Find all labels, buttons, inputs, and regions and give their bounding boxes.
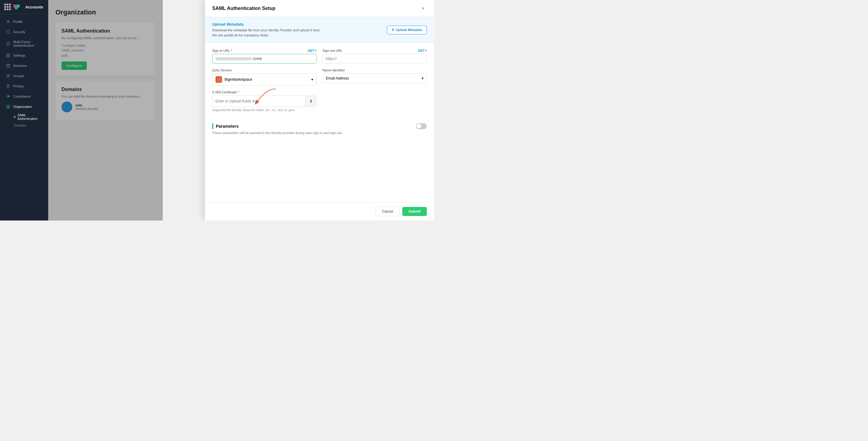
svg-rect-2 [15,6,18,9]
logo-icon [13,4,23,10]
cert-input-container: ⬆ [212,95,316,107]
modal-title: SAML Authentication Setup [212,6,276,11]
zoho-service-label: Zoho Service [212,68,316,72]
form-section: Sign-in URL * GET ▾ /zohd [205,43,434,123]
signin-url-label: Sign-in URL * GET ▾ [212,49,316,53]
sidebar-item-security[interactable]: Security [2,27,46,37]
main-content: Organization SAML Authentication By conf… [48,0,163,220]
shield-check-icon [6,41,10,46]
get-method-badge[interactable]: GET ▾ [307,49,316,53]
sidebar-item-profile[interactable]: Profile [2,17,46,27]
upload-metadata-desc: Download the metadata file from your Ide… [212,28,321,38]
get-method-badge-signout[interactable]: GET ▾ [418,49,427,53]
person-icon [6,20,10,24]
chevron-down-icon-2: ▾ [425,49,427,52]
url-suffix: /zohd [253,57,261,61]
sidebar-label-organization: Organization [13,105,32,108]
signout-url-input[interactable] [322,54,427,64]
compliance-icon [6,94,10,98]
domains-label: Domains [14,124,26,127]
signin-url-container: /zohd [212,54,316,64]
sidebar-item-sessions[interactable]: Sessions [2,61,46,70]
upload-arrow-icon: ⬆ [309,99,313,104]
main-overlay [48,0,163,220]
people-icon [6,74,10,78]
url-blurred-part [216,57,252,60]
lock-icon [6,84,10,88]
active-dot [14,116,16,118]
app-title: Accounts [25,5,43,9]
params-desc: These parameters will be passed to the i… [212,131,427,135]
params-bar [212,123,213,129]
service-value: BiginMarketplace [224,77,252,82]
shield-icon [6,30,10,34]
name-id-group: Name Identifier Email Address ▾ [322,68,427,86]
name-id-value: Email Address [326,76,349,81]
zoho-service-select[interactable]: 🛒 BiginMarketplace ▾ [212,73,316,86]
svg-point-9 [7,74,8,75]
close-button[interactable]: × [420,5,427,12]
signin-url-input[interactable]: /zohd [212,54,316,64]
parameters-section: Parameters These parameters will be pass… [205,123,434,141]
cancel-button[interactable]: Cancel [375,207,399,216]
signout-url-group: Sign-out URL GET ▾ [322,49,427,64]
service-row: Zoho Service 🛒 BiginMarketplace ▾ Name I… [212,68,427,86]
chevron-down-icon: ▾ [315,49,316,52]
url-row: Sign-in URL * GET ▾ /zohd [212,49,427,64]
saml-label: SAML Authentication [18,113,46,121]
svg-rect-11 [7,86,9,88]
cert-label: X.509 Certificate * [212,90,316,94]
chevron-down-icon-3: ▾ [311,77,313,82]
modal-footer: Cancel Submit [205,202,434,220]
calendar-icon [6,64,10,68]
upload-banner-left: Upload Metadata Download the metadata fi… [212,22,321,38]
svg-rect-5 [7,64,10,67]
sidebar: Accounts Profile Security Multi-Factor A… [0,0,48,220]
sidebar-item-mfa[interactable]: Multi-Factor Authentication [2,37,46,50]
sidebar-item-privacy[interactable]: Privacy [2,81,46,91]
sidebar-header: Accounts [0,0,48,14]
gear-icon [6,53,10,58]
upload-icon: ⬆ [392,28,394,32]
sidebar-label-mfa: Multi-Factor Authentication [13,40,42,47]
sidebar-sub-item-domains[interactable]: Domains [11,122,48,129]
sidebar-sub-item-saml[interactable]: SAML Authentication [11,112,48,122]
modal-body: Upload Metadata Download the metadata fi… [205,17,434,202]
params-toggle[interactable] [416,123,427,129]
signout-url-label: Sign-out URL GET ▾ [322,49,427,53]
modal-header: SAML Authentication Setup × [205,0,434,17]
cert-group: X.509 Certificate * ⬆ Supported file for… [212,90,316,113]
svg-point-3 [7,20,9,22]
name-id-select[interactable]: Email Address ▾ [322,73,427,83]
upload-metadata-banner: Upload Metadata Download the metadata fi… [205,17,434,43]
sidebar-item-settings[interactable]: Settings [2,51,46,60]
cert-hint: Supported file formats: Base-64 coded .c… [212,108,316,113]
bigin-icon: 🛒 [216,76,222,83]
cert-row: X.509 Certificate * ⬆ Supported file for… [212,90,427,113]
grid-icon[interactable] [4,4,11,10]
sidebar-label-groups: Groups [13,74,24,78]
saml-modal: SAML Authentication Setup × Upload Metad… [205,0,434,220]
svg-point-10 [8,74,10,75]
cert-input[interactable] [213,97,305,106]
sidebar-label-compliance: Compliance [13,95,31,98]
sidebar-label-settings: Settings [13,54,25,57]
cert-upload-button[interactable]: ⬆ [305,96,316,107]
signin-url-group: Sign-in URL * GET ▾ /zohd [212,49,316,64]
sidebar-label-security: Security [13,30,25,34]
sidebar-item-organization[interactable]: Organization [2,102,46,112]
sidebar-label-sessions: Sessions [13,64,27,67]
upload-metadata-button[interactable]: ⬆ Upload Metadata [387,26,427,34]
svg-point-12 [7,95,9,96]
upload-metadata-title: Upload Metadata [212,22,321,27]
building-icon [6,104,10,109]
sidebar-item-compliance[interactable]: Compliance [2,92,46,101]
sidebar-item-groups[interactable]: Groups [2,71,46,81]
name-id-label: Name Identifier [322,68,427,72]
sidebar-nav: Profile Security Multi-Factor Authentica… [0,14,48,220]
params-header: Parameters [212,123,427,129]
submit-button[interactable]: Submit [402,207,427,216]
params-title: Parameters [216,124,239,129]
sidebar-label-privacy: Privacy [13,84,24,88]
sidebar-label-profile: Profile [13,20,23,24]
